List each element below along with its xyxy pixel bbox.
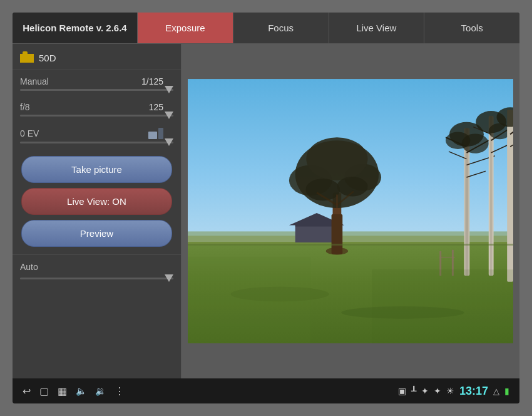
- svg-rect-43: [188, 244, 513, 246]
- status-bar: ↩ ▢ ▦ 🔈 🔉 ⋮ ▣ ┸ ✦ ✦ ☀ 13:17 △ ▮: [13, 378, 519, 403]
- recents-icon[interactable]: ▦: [58, 385, 67, 397]
- photo-container: [188, 50, 513, 372]
- camera-label-row: 50D: [13, 49, 181, 70]
- app-container: Helicon Remote v. 2.6.4 Exposure Focus L…: [13, 13, 519, 403]
- volume-up-icon[interactable]: 🔉: [95, 386, 106, 396]
- camera-icon: [20, 54, 34, 63]
- auto-label: Auto: [20, 262, 38, 272]
- svg-point-13: [306, 137, 367, 180]
- ev-slider-thumb: [165, 138, 173, 146]
- auto-slider-row: [13, 275, 181, 279]
- monitor-status-icon: ▣: [398, 386, 406, 396]
- aperture-row: f/8 125: [13, 96, 181, 115]
- aperture-slider-thumb: [165, 112, 173, 119]
- layers-icon: ✦: [434, 386, 441, 396]
- camera-status-icon: ☀: [446, 386, 454, 396]
- shutter-slider-thumb: [165, 86, 173, 93]
- home-icon[interactable]: ▢: [39, 385, 49, 397]
- svg-point-9: [326, 247, 348, 255]
- tab-focus[interactable]: Focus: [233, 13, 329, 43]
- aperture-slider-track[interactable]: [20, 115, 173, 117]
- volume-down-icon[interactable]: 🔈: [76, 386, 86, 396]
- aperture-slider-row: [13, 115, 181, 122]
- take-picture-button[interactable]: Take picture: [21, 156, 172, 183]
- tab-live-view[interactable]: Live View: [329, 13, 425, 43]
- svg-point-28: [446, 132, 470, 148]
- ev-row: 0 EV: [13, 122, 181, 142]
- shutter-speed-value: 1/125: [141, 76, 163, 86]
- live-view-button[interactable]: Live View: ON: [21, 188, 172, 215]
- ev-slider-row: [13, 142, 181, 151]
- ev-slider-track[interactable]: [20, 142, 173, 143]
- back-icon[interactable]: ↩: [23, 385, 31, 397]
- shutter-slider-track[interactable]: [20, 89, 173, 91]
- status-icons-right: ▣ ┸ ✦ ✦ ☀ 13:17 △ ▮: [398, 385, 509, 398]
- ev-indicator: [148, 128, 163, 139]
- aperture-label: f/8: [20, 102, 70, 112]
- iso-value: 125: [149, 102, 163, 112]
- landscape-photo: [188, 58, 513, 365]
- network-icon: ✦: [421, 386, 429, 396]
- svg-rect-46: [188, 257, 310, 343]
- camera-name: 50D: [39, 53, 56, 63]
- ev-bar-left: [148, 132, 157, 139]
- wifi-icon: △: [493, 387, 499, 396]
- ev-bar-right: [158, 128, 163, 139]
- live-view-area: [182, 44, 519, 378]
- tab-tools[interactable]: Tools: [424, 13, 519, 43]
- auto-slider-track[interactable]: [20, 278, 173, 279]
- status-time: 13:17: [459, 385, 488, 398]
- svg-rect-47: [372, 269, 513, 343]
- header: Helicon Remote v. 2.6.4 Exposure Focus L…: [13, 13, 519, 44]
- svg-rect-36: [507, 110, 513, 282]
- tab-exposure[interactable]: Exposure: [138, 13, 233, 43]
- app-title-text: Helicon Remote v. 2.6.4: [23, 23, 126, 33]
- main-content: 50D Manual 1/125 f/8 125: [13, 44, 519, 378]
- sidebar: 50D Manual 1/125 f/8 125: [13, 44, 182, 378]
- bluetooth-icon: ┸: [411, 386, 416, 396]
- battery-icon: ▮: [504, 386, 509, 396]
- menu-icon[interactable]: ⋮: [115, 385, 125, 397]
- ev-label: 0 EV: [20, 128, 39, 138]
- preview-button[interactable]: Preview: [21, 220, 172, 247]
- shutter-slider-row: [13, 89, 181, 96]
- shutter-mode-label: Manual: [20, 76, 70, 86]
- tab-bar: Exposure Focus Live View Tools: [138, 13, 519, 43]
- app-title: Helicon Remote v. 2.6.4: [13, 13, 138, 43]
- auto-row: Auto: [13, 254, 181, 275]
- shutter-speed-row: Manual 1/125: [13, 70, 181, 89]
- auto-slider-thumb: [165, 274, 173, 282]
